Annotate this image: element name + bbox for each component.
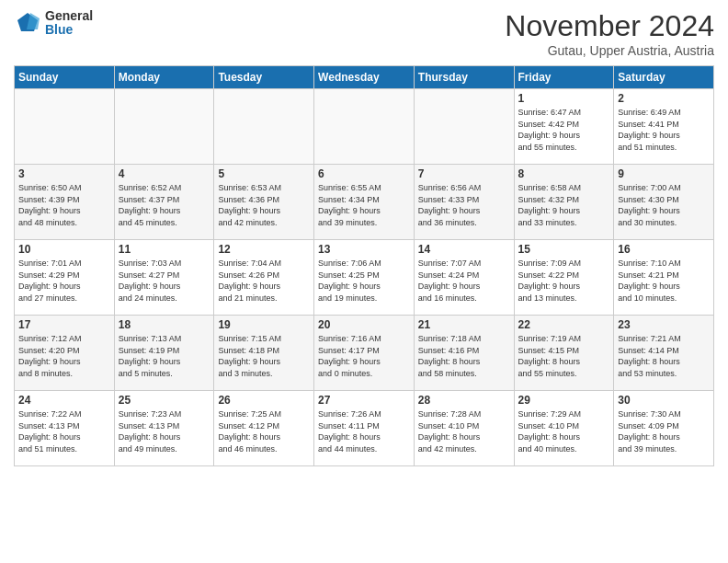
calendar-week-3: 10Sunrise: 7:01 AM Sunset: 4:29 PM Dayli…: [15, 240, 714, 316]
calendar-cell-w2-d1: 3Sunrise: 6:50 AM Sunset: 4:39 PM Daylig…: [15, 165, 115, 240]
calendar-cell-w4-d4: 20Sunrise: 7:16 AM Sunset: 4:17 PM Dayli…: [314, 316, 415, 391]
day-info: Sunrise: 7:23 AM Sunset: 4:13 PM Dayligh…: [119, 408, 210, 454]
day-number: 8: [518, 167, 610, 180]
calendar-week-5: 24Sunrise: 7:22 AM Sunset: 4:13 PM Dayli…: [15, 391, 714, 466]
day-info: Sunrise: 7:22 AM Sunset: 4:13 PM Dayligh…: [18, 408, 110, 454]
calendar-cell-w2-d4: 6Sunrise: 6:55 AM Sunset: 4:34 PM Daylig…: [314, 165, 415, 240]
calendar-cell-w3-d1: 10Sunrise: 7:01 AM Sunset: 4:29 PM Dayli…: [15, 240, 115, 316]
calendar-cell-w4-d7: 23Sunrise: 7:21 AM Sunset: 4:14 PM Dayli…: [614, 316, 714, 391]
calendar-cell-w2-d6: 8Sunrise: 6:58 AM Sunset: 4:32 PM Daylig…: [514, 165, 614, 240]
day-number: 3: [18, 167, 110, 180]
day-info: Sunrise: 7:18 AM Sunset: 4:16 PM Dayligh…: [418, 333, 510, 379]
day-info: Sunrise: 6:56 AM Sunset: 4:33 PM Dayligh…: [418, 182, 510, 228]
day-info: Sunrise: 7:15 AM Sunset: 4:18 PM Dayligh…: [218, 333, 310, 379]
calendar-cell-w4-d6: 22Sunrise: 7:19 AM Sunset: 4:15 PM Dayli…: [514, 316, 614, 391]
logo-text: General Blue: [45, 9, 93, 38]
header: General Blue November 2024 Gutau, Upper …: [14, 9, 714, 58]
day-info: Sunrise: 7:12 AM Sunset: 4:20 PM Dayligh…: [18, 333, 110, 379]
day-info: Sunrise: 6:55 AM Sunset: 4:34 PM Dayligh…: [318, 182, 410, 228]
day-number: 4: [119, 167, 210, 180]
calendar-cell-w1-d3: [214, 89, 314, 165]
calendar-cell-w5-d5: 28Sunrise: 7:28 AM Sunset: 4:10 PM Dayli…: [414, 391, 514, 466]
day-number: 12: [218, 243, 310, 256]
day-info: Sunrise: 7:28 AM Sunset: 4:10 PM Dayligh…: [418, 408, 510, 454]
day-info: Sunrise: 7:01 AM Sunset: 4:29 PM Dayligh…: [18, 258, 110, 304]
calendar-cell-w2-d2: 4Sunrise: 6:52 AM Sunset: 4:37 PM Daylig…: [114, 165, 214, 240]
month-title: November 2024: [505, 9, 714, 43]
day-info: Sunrise: 7:19 AM Sunset: 4:15 PM Dayligh…: [518, 333, 610, 379]
day-number: 1: [518, 92, 610, 105]
calendar-cell-w2-d3: 5Sunrise: 6:53 AM Sunset: 4:36 PM Daylig…: [214, 165, 314, 240]
day-info: Sunrise: 7:00 AM Sunset: 4:30 PM Dayligh…: [618, 182, 710, 228]
calendar-cell-w1-d5: [414, 89, 514, 165]
day-number: 21: [418, 318, 510, 331]
day-number: 25: [119, 394, 210, 407]
calendar-cell-w3-d3: 12Sunrise: 7:04 AM Sunset: 4:26 PM Dayli…: [214, 240, 314, 316]
calendar-week-1: 1Sunrise: 6:47 AM Sunset: 4:42 PM Daylig…: [15, 89, 714, 165]
logo-icon: [14, 9, 41, 37]
calendar-cell-w3-d5: 14Sunrise: 7:07 AM Sunset: 4:24 PM Dayli…: [414, 240, 514, 316]
day-number: 16: [618, 243, 710, 256]
day-number: 22: [518, 318, 610, 331]
day-info: Sunrise: 7:07 AM Sunset: 4:24 PM Dayligh…: [418, 258, 510, 304]
day-info: Sunrise: 7:06 AM Sunset: 4:25 PM Dayligh…: [318, 258, 410, 304]
calendar-cell-w1-d4: [314, 89, 415, 165]
day-info: Sunrise: 7:25 AM Sunset: 4:12 PM Dayligh…: [218, 408, 310, 454]
calendar-cell-w5-d6: 29Sunrise: 7:29 AM Sunset: 4:10 PM Dayli…: [514, 391, 614, 466]
header-saturday: Saturday: [614, 66, 714, 89]
day-info: Sunrise: 7:09 AM Sunset: 4:22 PM Dayligh…: [518, 258, 610, 304]
page: General Blue November 2024 Gutau, Upper …: [0, 0, 728, 563]
location-text: Gutau, Upper Austria, Austria: [505, 43, 714, 58]
day-info: Sunrise: 7:03 AM Sunset: 4:27 PM Dayligh…: [119, 258, 210, 304]
calendar-cell-w5-d1: 24Sunrise: 7:22 AM Sunset: 4:13 PM Dayli…: [15, 391, 115, 466]
day-number: 2: [618, 92, 710, 105]
day-number: 20: [318, 318, 410, 331]
calendar-header-row: Sunday Monday Tuesday Wednesday Thursday…: [15, 66, 714, 89]
day-info: Sunrise: 7:04 AM Sunset: 4:26 PM Dayligh…: [218, 258, 310, 304]
header-monday: Monday: [114, 66, 214, 89]
day-info: Sunrise: 7:16 AM Sunset: 4:17 PM Dayligh…: [318, 333, 410, 379]
header-thursday: Thursday: [414, 66, 514, 89]
day-info: Sunrise: 7:30 AM Sunset: 4:09 PM Dayligh…: [618, 408, 710, 454]
day-number: 6: [318, 167, 410, 180]
day-info: Sunrise: 6:49 AM Sunset: 4:41 PM Dayligh…: [618, 107, 710, 153]
day-info: Sunrise: 7:21 AM Sunset: 4:14 PM Dayligh…: [618, 333, 710, 379]
day-number: 24: [18, 394, 110, 407]
day-info: Sunrise: 6:52 AM Sunset: 4:37 PM Dayligh…: [119, 182, 210, 228]
header-friday: Friday: [514, 66, 614, 89]
calendar-cell-w5-d4: 27Sunrise: 7:26 AM Sunset: 4:11 PM Dayli…: [314, 391, 415, 466]
calendar-cell-w3-d6: 15Sunrise: 7:09 AM Sunset: 4:22 PM Dayli…: [514, 240, 614, 316]
calendar-cell-w4-d1: 17Sunrise: 7:12 AM Sunset: 4:20 PM Dayli…: [15, 316, 115, 391]
calendar-cell-w5-d2: 25Sunrise: 7:23 AM Sunset: 4:13 PM Dayli…: [114, 391, 214, 466]
day-number: 13: [318, 243, 410, 256]
logo: General Blue: [14, 9, 93, 38]
day-number: 9: [618, 167, 710, 180]
header-sunday: Sunday: [15, 66, 115, 89]
day-info: Sunrise: 7:13 AM Sunset: 4:19 PM Dayligh…: [119, 333, 210, 379]
calendar-cell-w2-d5: 7Sunrise: 6:56 AM Sunset: 4:33 PM Daylig…: [414, 165, 514, 240]
day-info: Sunrise: 6:58 AM Sunset: 4:32 PM Dayligh…: [518, 182, 610, 228]
day-number: 19: [218, 318, 310, 331]
title-block: November 2024 Gutau, Upper Austria, Aust…: [505, 9, 714, 58]
calendar-cell-w4-d2: 18Sunrise: 7:13 AM Sunset: 4:19 PM Dayli…: [114, 316, 214, 391]
day-number: 28: [418, 394, 510, 407]
calendar-table: Sunday Monday Tuesday Wednesday Thursday…: [14, 65, 714, 466]
day-info: Sunrise: 7:26 AM Sunset: 4:11 PM Dayligh…: [318, 408, 410, 454]
header-wednesday: Wednesday: [314, 66, 415, 89]
logo-blue-text: Blue: [45, 23, 93, 37]
day-number: 23: [618, 318, 710, 331]
calendar-cell-w1-d2: [114, 89, 214, 165]
calendar-week-2: 3Sunrise: 6:50 AM Sunset: 4:39 PM Daylig…: [15, 165, 714, 240]
day-number: 11: [119, 243, 210, 256]
day-number: 18: [119, 318, 210, 331]
day-info: Sunrise: 6:50 AM Sunset: 4:39 PM Dayligh…: [18, 182, 110, 228]
day-number: 7: [418, 167, 510, 180]
calendar-week-4: 17Sunrise: 7:12 AM Sunset: 4:20 PM Dayli…: [15, 316, 714, 391]
calendar-cell-w4-d5: 21Sunrise: 7:18 AM Sunset: 4:16 PM Dayli…: [414, 316, 514, 391]
day-number: 27: [318, 394, 410, 407]
calendar-cell-w1-d1: [15, 89, 115, 165]
calendar-cell-w2-d7: 9Sunrise: 7:00 AM Sunset: 4:30 PM Daylig…: [614, 165, 714, 240]
calendar-cell-w1-d7: 2Sunrise: 6:49 AM Sunset: 4:41 PM Daylig…: [614, 89, 714, 165]
calendar-cell-w1-d6: 1Sunrise: 6:47 AM Sunset: 4:42 PM Daylig…: [514, 89, 614, 165]
day-info: Sunrise: 6:53 AM Sunset: 4:36 PM Dayligh…: [218, 182, 310, 228]
